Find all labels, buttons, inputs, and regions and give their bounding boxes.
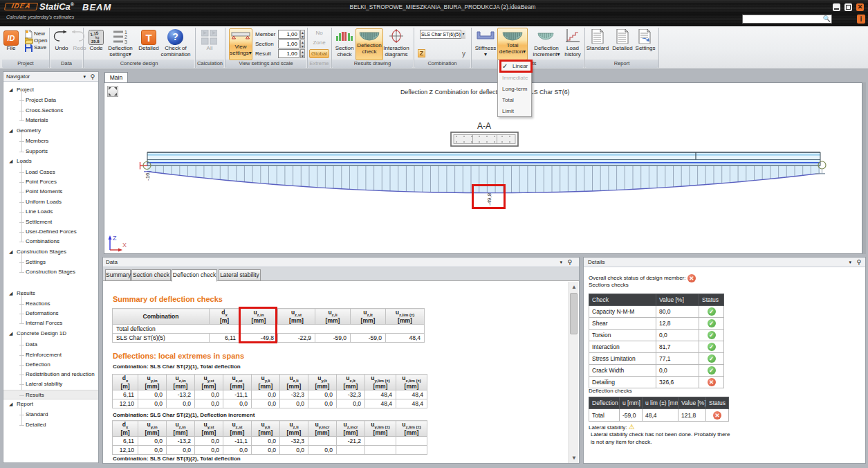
svg-text:X: X [122,242,127,249]
svg-text:25.8: 25.8 [91,39,100,44]
svg-text:Z: Z [113,235,117,242]
svg-text:1: 1 [124,30,127,35]
svg-text:2: 2 [124,35,127,39]
svg-text:-49,8: -49,8 [486,192,492,206]
svg-text:-16,: -16, [145,171,151,181]
svg-text:3: 3 [124,39,127,44]
svg-text:A-A: A-A [477,121,491,131]
